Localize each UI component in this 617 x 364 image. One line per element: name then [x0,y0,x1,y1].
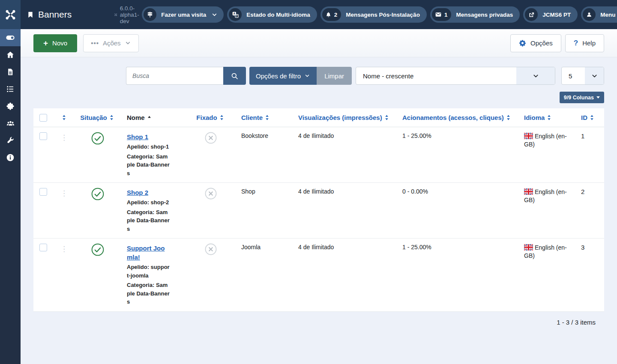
drag-handle[interactable]: ⋮ [54,239,74,311]
post-installation-messages-button[interactable]: 2 Mensagens Pós-Instalação [320,6,427,23]
banner-category: Categoria: Sample Data-Banners [127,152,170,178]
content-area: Opções de filtro Limpar Nome - crescente… [21,57,617,364]
sidebar-item-menus[interactable] [0,81,21,98]
row-checkbox[interactable] [39,132,47,140]
users-icon [6,119,15,128]
wrench-icon [6,137,15,145]
published-check-icon[interactable] [91,187,105,201]
name-cell: Shop 1 Apelido: shop-1 Categoria: Sample… [121,127,186,182]
uk-flag-icon [524,188,533,195]
clear-button[interactable]: Limpar [317,67,352,85]
unpinned-x-icon[interactable] [204,131,217,144]
impressions-cell: 4 de Ilimitado [292,183,396,238]
sidebar-toggle-button[interactable] [0,29,21,46]
help-button[interactable]: ? Help [565,34,604,52]
sort-icon [546,114,552,121]
id-column-header[interactable]: ID [575,108,603,127]
drag-handle[interactable]: ⋮ [54,183,74,238]
columns-selector-button[interactable]: 9/9 Colunas [560,92,604,103]
table-row: ⋮ Support Joomla! Apelido: support-jooml… [33,239,604,312]
sort-icon [264,114,270,121]
filter-options-button[interactable]: Opções de filtro [249,67,317,85]
sidebar-item-home[interactable] [0,46,21,63]
header-pill-bar: Fazer uma visita A 7 Estado do Multi-idi… [142,6,617,23]
sort-icon [108,114,115,121]
actions-button[interactable]: ••• Ações [83,34,138,52]
take-a-tour-button[interactable]: Fazer uma visita [142,6,224,23]
published-check-icon[interactable] [91,243,105,257]
joomla-version-icon [114,12,117,18]
unpinned-x-icon[interactable] [204,187,217,200]
search-button[interactable] [223,67,246,85]
language-cell: English (en-GB) [518,239,575,311]
name-column-header[interactable]: Nome [121,108,186,127]
clicks-cell: 1 - 25.00% [396,127,518,182]
sidebar-item-content[interactable] [0,63,21,81]
status-column-header[interactable]: Situação [74,108,121,127]
sort-select[interactable]: Nome - crescente [356,67,555,85]
client-column-header[interactable]: Cliente [235,108,292,127]
pinned-cell [186,127,235,182]
user-menu-button[interactable]: Menu de Usuário [581,6,617,23]
page-title-group: Banners [21,9,72,20]
site-preview-button[interactable]: JCMS6 PT [523,6,578,23]
search-icon [231,72,239,80]
client-cell: Shop [235,183,292,238]
chevron-down-icon [211,12,218,18]
pinned-column-header[interactable]: Fixado [186,108,235,127]
sidebar-item-help[interactable] [0,149,21,166]
banner-link[interactable]: Shop 1 [127,133,148,140]
select-all-checkbox[interactable] [39,114,47,122]
gear-icon [519,39,526,47]
bookmark-icon [27,11,34,19]
banner-link[interactable]: Support Joomla! [127,245,165,261]
private-messages-button[interactable]: 1 Mensagens privadas [430,6,520,23]
signpost-icon [147,11,153,18]
table-row: ⋮ Shop 2 Apelido: shop-2 Categoria: Samp… [33,183,604,239]
chevron-down-icon [516,67,555,84]
pinned-cell [186,183,235,238]
messages-count-badge: 2 [334,12,338,18]
toggle-icon [6,33,15,42]
impressions-column-header[interactable]: Visualizações (impressões) [292,108,396,127]
page-size-select[interactable]: 5 [561,67,604,85]
unpinned-x-icon[interactable] [204,243,217,256]
banner-link[interactable]: Shop 2 [127,189,148,196]
sort-icon [219,114,225,121]
published-check-icon[interactable] [91,131,105,145]
private-messages-count-badge: 1 [444,12,448,18]
uk-flag-icon [524,244,533,251]
clicks-cell: 0 - 0.00% [396,183,518,238]
row-checkbox[interactable] [39,188,47,196]
search-input[interactable] [126,67,223,85]
multilingual-status-button[interactable]: A 7 Estado do Multi-idioma [227,6,317,23]
joomla-logo[interactable] [0,0,21,29]
row-checkbox[interactable] [39,244,47,251]
row-select-cell [33,127,54,182]
language-cell: English (en-GB) [518,127,575,182]
sort-icon [61,114,67,121]
row-select-cell [33,183,54,238]
clicks-column-header[interactable]: Acionamentos (acessos, cliques) [396,108,518,127]
bell-icon [325,12,332,18]
options-button[interactable]: Opções [510,34,561,52]
language-column-header[interactable]: Idioma [518,108,575,127]
ordering-sort-header[interactable] [54,108,74,127]
table-header-row: Situação Nome Fixado Cliente [33,108,604,127]
uk-flag-icon [524,133,533,139]
list-icon [6,85,15,93]
new-button[interactable]: + Novo [33,34,77,52]
drag-handle[interactable]: ⋮ [54,127,74,182]
status-cell [74,183,121,238]
client-cell: Bookstore [235,127,292,182]
banner-category: Categoria: Sample Data-Banners [127,281,170,306]
sidebar-item-system[interactable] [0,132,21,149]
banner-alias: Apelido: shop-2 [127,198,170,207]
chevron-down-icon [125,40,131,46]
document-icon [6,68,14,76]
clicks-cell: 1 - 25.00% [396,239,518,311]
sidebar-item-components[interactable] [0,98,21,115]
sidebar-item-users[interactable] [0,115,21,132]
pagination-info: 1 - 3 / 3 items [33,312,604,326]
ellipsis-icon: ••• [91,39,99,47]
